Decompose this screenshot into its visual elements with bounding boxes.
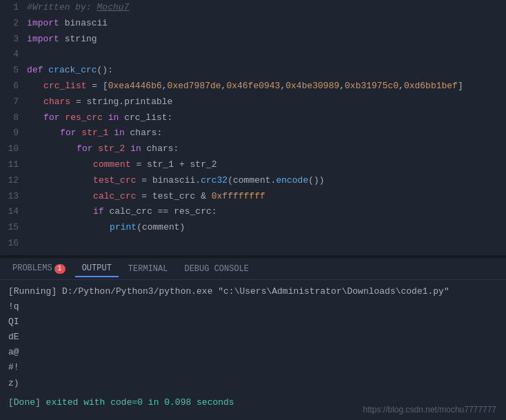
line-number: 16 <box>0 236 27 252</box>
line-number: 12 <box>0 173 27 189</box>
output-running-line: [Running] D:/Python/Python3/python.exe "… <box>8 284 498 299</box>
line-number: 4 <box>0 47 27 63</box>
code-line <box>27 47 506 63</box>
output-line: #! <box>8 360 498 375</box>
code-line: for str_1 in chars: <box>27 126 506 141</box>
line-number: 2 <box>0 16 27 32</box>
output-line: !q <box>8 299 498 314</box>
code-line: chars = string.printable <box>27 94 506 110</box>
line-number: 10 <box>0 141 27 157</box>
output-line: a@ <box>8 345 498 360</box>
tab-output[interactable]: OUTPUT <box>75 261 119 277</box>
line-number: 9 <box>0 126 27 141</box>
output-line: dE <box>8 330 498 345</box>
code-line: test_crc = binascii.crc32(comment.encode… <box>27 173 506 189</box>
line-number: 7 <box>0 94 27 110</box>
code-line: import string <box>27 32 506 48</box>
output-line: z) <box>8 376 498 391</box>
code-line: for str_2 in chars: <box>27 141 506 157</box>
code-line: calc_crc = test_crc & 0xffffffff <box>27 189 506 205</box>
tab-terminal[interactable]: TERMINAL <box>121 261 175 277</box>
code-line <box>27 236 506 252</box>
line-number: 15 <box>0 220 27 236</box>
watermark: https://blog.csdn.net/mochu7777777 <box>363 405 496 414</box>
code-line: crc_list = [0xea4446b6,0xed7987de,0x46fe… <box>27 79 506 94</box>
code-line: import binascii <box>27 16 506 32</box>
tab-debug-console[interactable]: DEBUG CONSOLE <box>177 261 256 277</box>
tab-problems[interactable]: PROBLEMS1 <box>6 261 72 277</box>
line-number: 1 <box>0 0 27 16</box>
line-number: 6 <box>0 79 27 94</box>
code-line: for res_crc in crc_list: <box>27 110 506 126</box>
code-line: print(comment) <box>27 220 506 236</box>
line-number: 3 <box>0 32 27 48</box>
line-number: 8 <box>0 110 27 126</box>
code-table: 1#Written by: Mochu72import binascii3imp… <box>0 0 506 255</box>
tab-bar: PROBLEMS1OUTPUTTERMINALDEBUG CONSOLE <box>0 258 506 280</box>
code-line: #Written by: Mochu7 <box>27 0 506 16</box>
line-number: 5 <box>0 63 27 79</box>
code-editor: 1#Written by: Mochu72import binascii3imp… <box>0 0 506 255</box>
line-number: 14 <box>0 204 27 220</box>
code-line: comment = str_1 + str_2 <box>27 157 506 173</box>
line-number: 13 <box>0 189 27 205</box>
output-panel: PROBLEMS1OUTPUTTERMINALDEBUG CONSOLE [Ru… <box>0 258 506 420</box>
output-content: [Running] D:/Python/Python3/python.exe "… <box>0 280 506 414</box>
output-line: QI <box>8 314 498 330</box>
line-number: 11 <box>0 157 27 173</box>
code-line: if calc_crc == res_crc: <box>27 204 506 220</box>
code-line: def crack_crc(): <box>27 63 506 79</box>
